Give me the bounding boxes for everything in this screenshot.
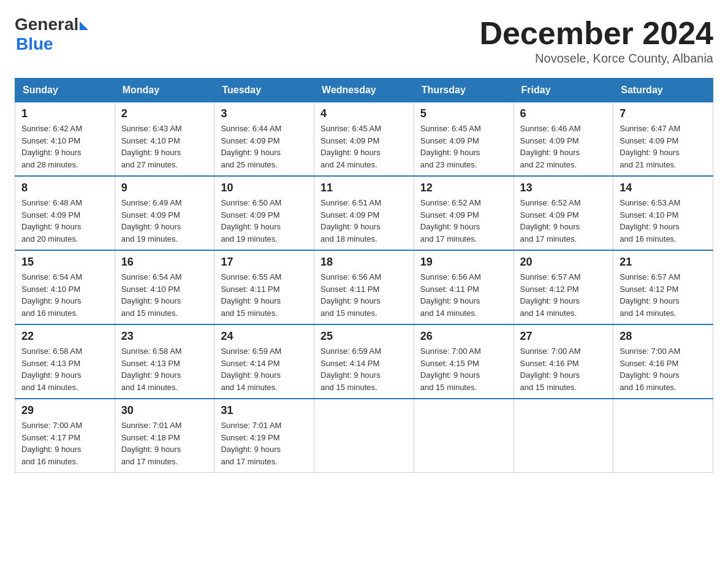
calendar-cell: 4 Sunrise: 6:45 AMSunset: 4:09 PMDayligh… bbox=[314, 102, 414, 177]
calendar-cell: 11 Sunrise: 6:51 AMSunset: 4:09 PMDaylig… bbox=[314, 176, 414, 250]
day-number: 24 bbox=[221, 330, 308, 343]
calendar-cell: 23 Sunrise: 6:58 AMSunset: 4:13 PMDaylig… bbox=[115, 324, 214, 399]
calendar-title: December 2024 bbox=[479, 15, 713, 52]
calendar-cell: 22 Sunrise: 6:58 AMSunset: 4:13 PMDaylig… bbox=[15, 324, 115, 399]
header-saturday: Saturday bbox=[613, 79, 713, 102]
calendar-cell: 20 Sunrise: 6:57 AMSunset: 4:12 PMDaylig… bbox=[514, 250, 613, 324]
day-number: 10 bbox=[221, 182, 308, 194]
calendar-cell bbox=[613, 399, 713, 473]
day-number: 6 bbox=[520, 107, 607, 120]
day-info: Sunrise: 6:56 AMSunset: 4:11 PMDaylight:… bbox=[320, 272, 381, 318]
day-number: 31 bbox=[221, 404, 308, 417]
day-info: Sunrise: 6:53 AMSunset: 4:10 PMDaylight:… bbox=[620, 198, 680, 243]
calendar-cell: 30 Sunrise: 7:01 AMSunset: 4:18 PMDaylig… bbox=[115, 399, 214, 473]
day-info: Sunrise: 7:00 AMSunset: 4:16 PMDaylight:… bbox=[620, 347, 680, 392]
day-info: Sunrise: 6:43 AMSunset: 4:10 PMDaylight:… bbox=[121, 124, 182, 169]
week-row-5: 29 Sunrise: 7:00 AMSunset: 4:17 PMDaylig… bbox=[15, 399, 713, 473]
day-number: 7 bbox=[620, 107, 707, 120]
day-number: 25 bbox=[320, 330, 408, 343]
calendar-cell: 18 Sunrise: 6:56 AMSunset: 4:11 PMDaylig… bbox=[314, 250, 414, 324]
day-number: 17 bbox=[221, 256, 308, 269]
day-number: 27 bbox=[520, 330, 607, 343]
day-info: Sunrise: 6:56 AMSunset: 4:11 PMDaylight:… bbox=[420, 272, 481, 318]
calendar-cell: 21 Sunrise: 6:57 AMSunset: 4:12 PMDaylig… bbox=[613, 250, 713, 324]
header-monday: Monday bbox=[115, 79, 214, 102]
day-number: 12 bbox=[420, 182, 507, 194]
day-number: 2 bbox=[121, 107, 208, 120]
day-info: Sunrise: 6:57 AMSunset: 4:12 PMDaylight:… bbox=[620, 272, 680, 318]
day-info: Sunrise: 6:49 AMSunset: 4:09 PMDaylight:… bbox=[121, 198, 182, 243]
calendar-cell: 14 Sunrise: 6:53 AMSunset: 4:10 PMDaylig… bbox=[613, 176, 713, 250]
calendar-cell: 1 Sunrise: 6:42 AMSunset: 4:10 PMDayligh… bbox=[15, 102, 115, 177]
day-number: 18 bbox=[320, 256, 408, 269]
day-info: Sunrise: 6:57 AMSunset: 4:12 PMDaylight:… bbox=[520, 272, 581, 318]
logo-blue-text: Blue bbox=[16, 34, 88, 54]
day-info: Sunrise: 6:59 AMSunset: 4:14 PMDaylight:… bbox=[221, 347, 281, 392]
day-number: 8 bbox=[21, 182, 108, 194]
day-number: 28 bbox=[620, 330, 707, 343]
day-info: Sunrise: 6:47 AMSunset: 4:09 PMDaylight:… bbox=[620, 124, 680, 169]
day-number: 21 bbox=[620, 256, 707, 269]
header-friday: Friday bbox=[514, 79, 613, 102]
day-number: 30 bbox=[121, 404, 208, 417]
day-info: Sunrise: 7:01 AMSunset: 4:19 PMDaylight:… bbox=[221, 421, 281, 466]
day-info: Sunrise: 6:44 AMSunset: 4:09 PMDaylight:… bbox=[221, 124, 281, 169]
day-number: 3 bbox=[221, 107, 308, 120]
day-info: Sunrise: 6:58 AMSunset: 4:13 PMDaylight:… bbox=[21, 347, 82, 392]
day-info: Sunrise: 6:58 AMSunset: 4:13 PMDaylight:… bbox=[121, 347, 182, 392]
day-number: 13 bbox=[520, 182, 607, 194]
calendar-cell: 8 Sunrise: 6:48 AMSunset: 4:09 PMDayligh… bbox=[15, 176, 115, 250]
day-info: Sunrise: 6:51 AMSunset: 4:09 PMDaylight:… bbox=[320, 198, 381, 243]
calendar-cell: 7 Sunrise: 6:47 AMSunset: 4:09 PMDayligh… bbox=[613, 102, 713, 177]
day-info: Sunrise: 7:00 AMSunset: 4:16 PMDaylight:… bbox=[520, 347, 581, 392]
calendar-cell: 29 Sunrise: 7:00 AMSunset: 4:17 PMDaylig… bbox=[15, 399, 115, 473]
header-sunday: Sunday bbox=[15, 79, 115, 102]
logo-triangle-icon bbox=[80, 21, 88, 30]
day-number: 5 bbox=[420, 107, 507, 120]
day-info: Sunrise: 6:48 AMSunset: 4:09 PMDaylight:… bbox=[21, 198, 82, 243]
day-number: 15 bbox=[21, 256, 108, 269]
day-number: 11 bbox=[320, 182, 408, 194]
calendar-location: Novosele, Korce County, Albania bbox=[479, 52, 713, 66]
page-header: General Blue December 2024 Novosele, Kor… bbox=[15, 15, 713, 66]
day-info: Sunrise: 6:54 AMSunset: 4:10 PMDaylight:… bbox=[121, 272, 182, 318]
day-info: Sunrise: 6:54 AMSunset: 4:10 PMDaylight:… bbox=[21, 272, 82, 318]
logo: General Blue bbox=[15, 15, 88, 54]
day-info: Sunrise: 6:45 AMSunset: 4:09 PMDaylight:… bbox=[420, 124, 481, 169]
day-info: Sunrise: 6:52 AMSunset: 4:09 PMDaylight:… bbox=[520, 198, 581, 243]
day-number: 1 bbox=[21, 107, 108, 120]
calendar-table: SundayMondayTuesdayWednesdayThursdayFrid… bbox=[15, 78, 713, 473]
calendar-cell: 19 Sunrise: 6:56 AMSunset: 4:11 PMDaylig… bbox=[414, 250, 514, 324]
calendar-header-row: SundayMondayTuesdayWednesdayThursdayFrid… bbox=[15, 79, 713, 102]
week-row-2: 8 Sunrise: 6:48 AMSunset: 4:09 PMDayligh… bbox=[15, 176, 713, 250]
calendar-cell: 31 Sunrise: 7:01 AMSunset: 4:19 PMDaylig… bbox=[214, 399, 314, 473]
day-number: 14 bbox=[620, 182, 707, 194]
day-number: 4 bbox=[320, 107, 408, 120]
week-row-3: 15 Sunrise: 6:54 AMSunset: 4:10 PMDaylig… bbox=[15, 250, 713, 324]
week-row-4: 22 Sunrise: 6:58 AMSunset: 4:13 PMDaylig… bbox=[15, 324, 713, 399]
day-info: Sunrise: 7:01 AMSunset: 4:18 PMDaylight:… bbox=[121, 421, 182, 466]
calendar-cell: 2 Sunrise: 6:43 AMSunset: 4:10 PMDayligh… bbox=[115, 102, 214, 177]
day-info: Sunrise: 7:00 AMSunset: 4:17 PMDaylight:… bbox=[21, 421, 82, 466]
calendar-cell: 13 Sunrise: 6:52 AMSunset: 4:09 PMDaylig… bbox=[514, 176, 613, 250]
header-tuesday: Tuesday bbox=[214, 79, 314, 102]
calendar-cell: 28 Sunrise: 7:00 AMSunset: 4:16 PMDaylig… bbox=[613, 324, 713, 399]
calendar-cell: 6 Sunrise: 6:46 AMSunset: 4:09 PMDayligh… bbox=[514, 102, 613, 177]
calendar-cell: 3 Sunrise: 6:44 AMSunset: 4:09 PMDayligh… bbox=[214, 102, 314, 177]
day-number: 16 bbox=[121, 256, 208, 269]
calendar-cell: 5 Sunrise: 6:45 AMSunset: 4:09 PMDayligh… bbox=[414, 102, 514, 177]
calendar-cell: 16 Sunrise: 6:54 AMSunset: 4:10 PMDaylig… bbox=[115, 250, 214, 324]
calendar-cell: 25 Sunrise: 6:59 AMSunset: 4:14 PMDaylig… bbox=[314, 324, 414, 399]
day-info: Sunrise: 6:55 AMSunset: 4:11 PMDaylight:… bbox=[221, 272, 281, 318]
calendar-cell: 17 Sunrise: 6:55 AMSunset: 4:11 PMDaylig… bbox=[214, 250, 314, 324]
day-info: Sunrise: 7:00 AMSunset: 4:15 PMDaylight:… bbox=[420, 347, 481, 392]
calendar-cell: 24 Sunrise: 6:59 AMSunset: 4:14 PMDaylig… bbox=[214, 324, 314, 399]
calendar-cell bbox=[514, 399, 613, 473]
day-info: Sunrise: 6:50 AMSunset: 4:09 PMDaylight:… bbox=[221, 198, 281, 243]
day-info: Sunrise: 6:45 AMSunset: 4:09 PMDaylight:… bbox=[320, 124, 381, 169]
day-info: Sunrise: 6:59 AMSunset: 4:14 PMDaylight:… bbox=[320, 347, 381, 392]
calendar-cell: 27 Sunrise: 7:00 AMSunset: 4:16 PMDaylig… bbox=[514, 324, 613, 399]
day-info: Sunrise: 6:46 AMSunset: 4:09 PMDaylight:… bbox=[520, 124, 581, 169]
header-wednesday: Wednesday bbox=[314, 79, 414, 102]
calendar-cell: 9 Sunrise: 6:49 AMSunset: 4:09 PMDayligh… bbox=[115, 176, 214, 250]
